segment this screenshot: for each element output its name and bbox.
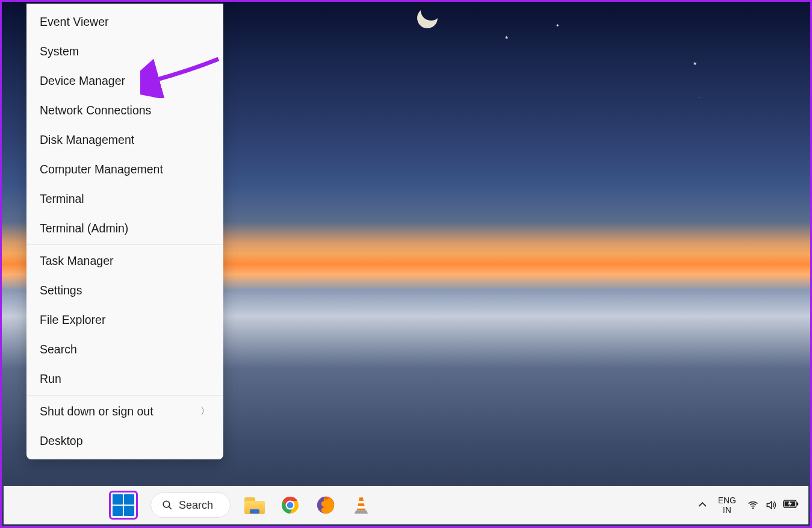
lang-primary: ENG [718, 495, 736, 505]
menu-item-settings[interactable]: Settings [26, 276, 223, 305]
menu-item-disk-management[interactable]: Disk Management [26, 125, 223, 155]
menu-item-label: Shut down or sign out [40, 405, 153, 418]
menu-item-label: Network Connections [40, 104, 151, 117]
menu-item-terminal-admin[interactable]: Terminal (Admin) [26, 214, 223, 243]
search-label: Search [179, 499, 213, 512]
svg-rect-10 [797, 502, 799, 505]
chevron-up-icon [698, 501, 707, 508]
menu-item-network-connections[interactable]: Network Connections [26, 96, 223, 125]
menu-separator [26, 244, 223, 245]
moon-icon [414, 5, 441, 31]
menu-item-event-viewer[interactable]: Event Viewer [26, 7, 223, 37]
menu-separator [26, 395, 223, 396]
menu-item-label: Event Viewer [40, 15, 109, 29]
menu-item-label: Disk Management [40, 133, 134, 147]
annotation-start-highlight [109, 491, 138, 520]
lang-secondary: IN [718, 505, 736, 515]
svg-line-1 [169, 506, 172, 509]
menu-item-shut-down[interactable]: Shut down or sign out 〉 [26, 397, 223, 426]
wifi-icon [747, 499, 759, 511]
star-icon: ★ [504, 35, 509, 40]
menu-item-desktop[interactable]: Desktop [26, 426, 223, 456]
system-tray[interactable] [747, 498, 799, 512]
language-indicator[interactable]: ENG IN [718, 495, 736, 515]
menu-item-label: Task Manager [40, 254, 113, 268]
taskbar-app-vlc[interactable] [350, 494, 373, 517]
svg-rect-7 [358, 506, 365, 508]
menu-item-device-manager[interactable]: Device Manager [26, 66, 223, 96]
taskbar: Search [4, 486, 808, 524]
taskbar-app-firefox[interactable] [314, 494, 337, 517]
star-icon: ✦ [556, 23, 560, 28]
menu-item-label: Search [40, 343, 77, 356]
winx-power-menu: Event Viewer System Device Manager Netwo… [26, 4, 223, 459]
menu-item-label: File Explorer [40, 313, 105, 327]
menu-item-label: Settings [40, 284, 82, 297]
menu-item-computer-management[interactable]: Computer Management [26, 155, 223, 184]
star-icon: ★ [693, 61, 697, 66]
speaker-icon [765, 499, 777, 511]
menu-item-label: Computer Management [40, 163, 163, 176]
search-icon [162, 500, 173, 511]
menu-item-label: System [40, 45, 79, 58]
menu-item-task-manager[interactable]: Task Manager [26, 246, 223, 276]
svg-rect-6 [358, 501, 364, 503]
menu-item-label: Run [40, 372, 61, 386]
menu-item-system[interactable]: System [26, 37, 223, 66]
menu-item-label: Terminal (Admin) [40, 222, 128, 235]
windows-logo-icon [113, 494, 134, 516]
file-explorer-icon [244, 496, 265, 514]
svg-point-8 [752, 508, 754, 509]
menu-item-label: Desktop [40, 434, 83, 448]
vlc-icon [351, 495, 371, 515]
menu-item-label: Device Manager [40, 74, 125, 88]
menu-item-search[interactable]: Search [26, 335, 223, 364]
menu-item-run[interactable]: Run [26, 364, 223, 394]
chevron-right-icon: 〉 [200, 405, 210, 418]
star-icon: · [699, 95, 700, 101]
taskbar-search[interactable]: Search [150, 492, 231, 518]
menu-item-terminal[interactable]: Terminal [26, 184, 223, 214]
menu-item-label: Terminal [40, 192, 84, 206]
menu-item-file-explorer[interactable]: File Explorer [26, 305, 223, 335]
firefox-icon [315, 495, 336, 515]
battery-icon [783, 498, 799, 509]
start-button[interactable] [112, 494, 135, 517]
taskbar-app-file-explorer[interactable] [243, 494, 266, 517]
svg-point-0 [163, 501, 170, 508]
chrome-icon [280, 495, 300, 515]
tray-overflow-button[interactable] [698, 500, 707, 510]
taskbar-app-chrome[interactable] [279, 494, 302, 517]
